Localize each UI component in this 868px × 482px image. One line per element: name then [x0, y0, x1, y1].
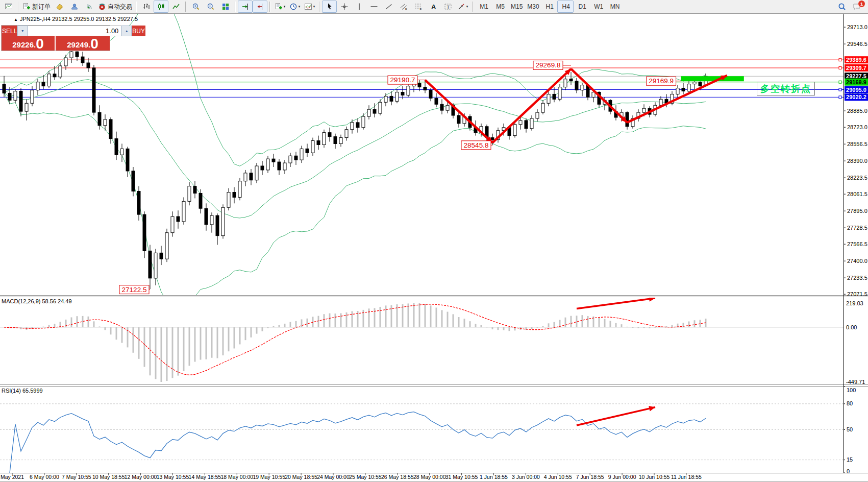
tf-w1[interactable]: W1: [590, 1, 606, 13]
candles-mode-button[interactable]: [154, 1, 168, 13]
crosshair-button[interactable]: [337, 1, 352, 13]
price-badge-text: 29020.2: [846, 94, 866, 100]
periods-button[interactable]: ▾: [287, 1, 302, 13]
price-axis-tick: 28390.0: [847, 158, 867, 164]
date-axis-label: 13 May 10:55: [157, 474, 189, 480]
search-icon[interactable]: [834, 1, 849, 13]
toolbar-separator: [269, 2, 270, 12]
indicators-button[interactable]: ▾: [272, 1, 287, 13]
hline-anchor-square[interactable]: [839, 59, 841, 61]
bars-mode-button[interactable]: [139, 1, 154, 13]
price-axis-tick: 28556.5: [847, 141, 867, 147]
sell-button[interactable]: SELL: [2, 26, 17, 36]
lot-decrease-button[interactable]: ▾: [17, 26, 28, 36]
hline-anchor-square[interactable]: [839, 81, 841, 83]
price-badge-text: 29309.7: [846, 65, 866, 71]
date-axis-label: 6 May 00:00: [30, 474, 59, 480]
fibonacci-button[interactable]: F: [411, 1, 426, 13]
tf-mn[interactable]: MN: [606, 1, 623, 13]
hline-anchor-square[interactable]: [839, 96, 841, 99]
price-axis-tick: 28223.5: [847, 175, 867, 181]
lot-input[interactable]: [28, 26, 121, 36]
date-axis-label: 18 May 00:00: [220, 474, 253, 480]
auto-trading-button[interactable]: 自动交易: [96, 1, 134, 13]
auto-scroll-button[interactable]: [238, 1, 253, 13]
hline-anchor-square[interactable]: [839, 88, 841, 91]
cursor-button[interactable]: [322, 1, 337, 13]
horizontal-line-button-icon: [370, 3, 378, 11]
svg-text:T: T: [447, 5, 450, 10]
date-axis-label: 10 Jun 10:55: [639, 474, 670, 480]
chart-canvas[interactable]: 27122.529190.728545.829269.829169.929713…: [0, 0, 868, 482]
crosshair-button-icon: [340, 3, 349, 11]
macd-axis-label: -449.71: [846, 379, 865, 385]
new-order-button[interactable]: 新订单: [21, 1, 52, 13]
arrows-button[interactable]: ▾: [455, 1, 470, 13]
price-badge-text: 29227.5: [846, 73, 866, 79]
text-label-button[interactable]: T: [440, 1, 455, 13]
buy-price[interactable]: 29249.0: [56, 36, 110, 51]
macd-indicator-label: MACD(12,26,9) 58.56 24.49: [2, 298, 72, 304]
lot-increase-button[interactable]: ▴: [121, 26, 132, 36]
price-tag-text: 27122.5: [122, 286, 147, 294]
hline-anchor-square[interactable]: [839, 67, 841, 69]
chevron-down-icon[interactable]: ▾: [284, 5, 286, 9]
rsi-indicator-label: RSI(14) 65.5999: [2, 388, 43, 394]
chart-shift-button[interactable]: [253, 1, 267, 13]
tf-m30[interactable]: M30: [524, 1, 540, 13]
templates-button[interactable]: ▾: [302, 1, 317, 13]
price-axis-tick: 29546.5: [847, 41, 867, 47]
tf-h1[interactable]: H1: [541, 1, 557, 13]
trendline-button[interactable]: [381, 1, 396, 13]
buy-button[interactable]: BUY: [132, 26, 145, 36]
buy-price-main: 29249.: [67, 41, 90, 49]
toolbar-separator: [185, 2, 186, 12]
line-mode-button[interactable]: [168, 1, 183, 13]
tile-windows-button[interactable]: [218, 1, 233, 13]
equidistant-channel-button[interactable]: E: [396, 1, 411, 13]
date-axis-label: 12 May 00:00: [125, 474, 157, 480]
date-axis-label: 25 May 10:55: [349, 474, 382, 480]
tf-d1[interactable]: D1: [574, 1, 590, 13]
date-axis-label: 26 May 18:55: [381, 474, 414, 480]
highlighter-icon[interactable]: [52, 1, 67, 13]
window-icon[interactable]: [1, 1, 16, 13]
chevron-down-icon[interactable]: ▾: [299, 5, 301, 9]
chevron-down-icon[interactable]: ▾: [466, 5, 468, 9]
sell-price[interactable]: 29226.0: [2, 36, 56, 51]
tf-m1[interactable]: M1: [475, 1, 491, 13]
new-order-button-icon: [22, 3, 31, 11]
price-tag-text: 29169.9: [649, 77, 674, 85]
sell-price-big-digit: 0: [36, 38, 44, 50]
tf-m5[interactable]: M5: [491, 1, 508, 13]
toolbar-separator: [235, 2, 236, 12]
tf-h4[interactable]: H4: [557, 1, 574, 13]
date-axis-label: 14 May 18:55: [189, 474, 221, 480]
text-label-button-icon: T: [444, 3, 452, 11]
notifications-icon[interactable]: 1: [849, 1, 864, 13]
vertical-line-button[interactable]: [352, 1, 366, 13]
toolbar-separator: [18, 2, 19, 12]
highlight-zone-bar[interactable]: [681, 76, 744, 81]
collapse-triangle-icon[interactable]: ▲: [14, 17, 18, 22]
annotation-note-box[interactable]: 多空转折点: [757, 82, 815, 95]
vertical-line-button-icon: [355, 3, 363, 11]
trendline-button-icon: [385, 3, 393, 11]
date-axis-label: 9 Jun 00:00: [608, 474, 636, 480]
zoom-out-button-icon: [207, 3, 215, 11]
text-button[interactable]: A: [426, 1, 440, 13]
text-button-icon: A: [429, 3, 437, 11]
zoom-in-button[interactable]: [188, 1, 203, 13]
zoom-out-button[interactable]: [203, 1, 218, 13]
tf-m15[interactable]: M15: [508, 1, 524, 13]
signals-icon[interactable]: [82, 1, 96, 13]
cursor-button-icon: [326, 3, 334, 11]
community-icon[interactable]: [67, 1, 82, 13]
chevron-down-icon[interactable]: ▾: [313, 5, 315, 9]
horizontal-line-button[interactable]: [366, 1, 381, 13]
price-axis-tick: 28061.5: [847, 191, 867, 197]
notification-badge: 1: [858, 0, 865, 8]
date-axis-label: 28 May 00:00: [413, 474, 446, 480]
indicators-button-icon: [275, 3, 283, 11]
date-axis-label: 11 Jun 18:55: [671, 474, 702, 480]
